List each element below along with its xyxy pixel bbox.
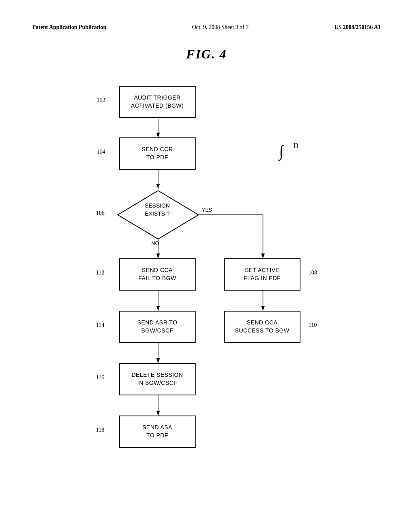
node-102: AUDIT TRIGGERACTIVATED (BGW)	[119, 86, 196, 118]
label-116: 116	[96, 374, 104, 381]
node-106-text: SESSIONEXISTS ?	[135, 202, 179, 218]
patent-number-label: US 2008/250156 A1	[334, 24, 381, 31]
label-102: 102	[97, 97, 105, 104]
page-header: Patent Application Publication Oct. 9, 2…	[32, 24, 381, 31]
diagram-container: ∫ D AUDIT TRIGGERACTIVATED (BGW) 102 SEN…	[32, 78, 381, 501]
page: Patent Application Publication Oct. 9, 2…	[0, 0, 413, 532]
label-108: 108	[309, 270, 317, 276]
label-104: 104	[97, 149, 105, 155]
yes-label: YES	[202, 207, 212, 213]
label-112: 112	[96, 270, 104, 276]
node-110: SEND CCASUCCESS TO BGW	[224, 311, 300, 343]
no-label: NO	[151, 240, 159, 246]
label-118: 118	[96, 427, 104, 433]
label-114: 114	[96, 322, 104, 328]
node-108: SET ACTIVEFLAG IN PDF	[224, 258, 300, 291]
svg-text:∫: ∫	[278, 142, 285, 161]
svg-text:D: D	[293, 142, 298, 150]
label-106: 106	[96, 210, 104, 216]
node-116: DELETE SESSIONIN BGW/CSCF	[119, 363, 196, 395]
node-118: SEND ASATO PDF	[119, 416, 196, 448]
node-104: SEND CCRTO PDF	[119, 137, 196, 170]
node-114: SEND ASR TOBGW/CSCF	[119, 311, 196, 343]
label-110: 110	[309, 322, 317, 328]
node-112: SEND CCAFAIL TO BGW	[119, 258, 196, 291]
arrows-svg: ∫ D	[32, 78, 381, 501]
figure-title: FIG. 4	[32, 47, 381, 62]
date-sheet-label: Oct. 9, 2008 Sheet 3 of 7	[192, 24, 248, 31]
publication-label: Patent Application Publication	[32, 24, 106, 31]
